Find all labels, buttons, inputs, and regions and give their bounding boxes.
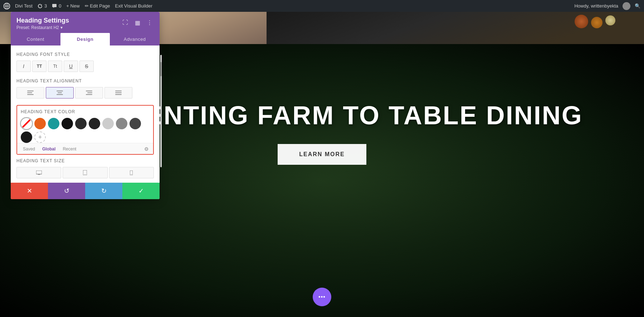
columns-icon[interactable]: ▦	[133, 18, 142, 27]
uppercase-button[interactable]: TT	[32, 61, 47, 72]
color-swatch-medgray[interactable]	[116, 118, 127, 129]
color-section: Heading Text Color	[16, 105, 154, 155]
color-swatch-transparent[interactable]	[21, 118, 32, 129]
more-options-icon[interactable]: ⋮	[145, 18, 154, 27]
alignment-group	[16, 87, 154, 99]
svg-point-7	[131, 174, 132, 174]
size-label: Heading Text Size	[16, 158, 154, 163]
search-icon[interactable]: 🔍	[635, 3, 640, 9]
capitalize-button[interactable]: Tt	[48, 61, 62, 72]
settings-panel: Heading Settings Preset: Restaurant H2 ▾…	[11, 12, 160, 199]
svg-point-5	[85, 174, 86, 175]
underline-button[interactable]: U	[64, 61, 78, 72]
page-content: REINVENTING FARM TO TABLE DINING LEARN M…	[0, 12, 644, 317]
color-swatch-lightgray[interactable]	[102, 118, 114, 129]
size-tablet	[63, 167, 107, 178]
align-center-button[interactable]	[46, 87, 74, 99]
wp-logo-icon[interactable]	[4, 3, 10, 9]
redo-button[interactable]: ↻	[85, 183, 122, 199]
color-section-label: Heading Text Color	[21, 109, 150, 114]
color-tab-recent[interactable]: Recent	[59, 145, 80, 153]
size-controls	[16, 167, 154, 178]
size-desktop-input[interactable]	[16, 167, 61, 178]
color-swatch-dark1[interactable]	[62, 118, 73, 129]
avatar[interactable]	[623, 2, 630, 10]
color-swatch-teal[interactable]	[48, 118, 59, 129]
color-settings-gear-icon[interactable]: ⚙	[142, 146, 151, 152]
site-name[interactable]: Divi Test	[15, 3, 33, 9]
tab-content[interactable]: Content	[11, 33, 60, 45]
alignment-label: Heading Text Alignment	[16, 78, 154, 83]
color-tab-saved[interactable]: Saved	[19, 145, 39, 153]
size-tablet-input[interactable]	[63, 167, 107, 178]
undo-button[interactable]: ↺	[48, 183, 85, 199]
confirm-button[interactable]: ✓	[122, 183, 160, 199]
admin-bar: Divi Test 3 0 + New ✏ Edit Page Exit Vis…	[0, 0, 644, 12]
align-justify-button[interactable]	[104, 87, 132, 99]
color-swatch-darkgray[interactable]	[130, 118, 141, 129]
color-tab-global[interactable]: Global	[39, 145, 59, 153]
panel-header-controls: ⛶ ▦ ⋮	[121, 18, 154, 27]
panel-title: Heading Settings	[16, 17, 69, 24]
comments-count[interactable]: 0	[52, 3, 61, 9]
cancel-button[interactable]: ✕	[11, 183, 48, 199]
expand-icon[interactable]: ⛶	[121, 18, 130, 27]
new-button[interactable]: + New	[66, 3, 79, 9]
italic-button[interactable]: I	[16, 61, 31, 72]
panel-tabs: Content Design Advanced	[11, 33, 160, 45]
svg-rect-3	[38, 174, 40, 175]
size-section: Heading Text Size	[16, 158, 154, 178]
size-desktop	[16, 167, 61, 178]
color-swatch-orange[interactable]	[34, 118, 46, 129]
panel-header: Heading Settings Preset: Restaurant H2 ▾…	[11, 12, 160, 33]
strikethrough-button[interactable]: S	[79, 61, 94, 72]
exit-visual-builder-button[interactable]: Exit Visual Builder	[115, 3, 153, 9]
howdy-text: Howdy, writtenbyekta	[574, 3, 618, 9]
top-strip-right-image	[267, 12, 644, 44]
color-swatches: +	[21, 118, 150, 143]
learn-more-button[interactable]: LEARN MORE	[278, 144, 366, 165]
font-style-group: I TT Tt U S	[16, 61, 154, 72]
floating-dots-button[interactable]: •••	[313, 288, 331, 306]
dots-icon: •••	[318, 294, 326, 300]
align-right-button[interactable]	[75, 87, 103, 99]
align-left-button[interactable]	[16, 87, 44, 99]
add-color-button[interactable]: +	[34, 131, 46, 143]
panel-preset[interactable]: Preset: Restaurant H2 ▾	[16, 25, 69, 30]
size-mobile-input[interactable]	[109, 167, 154, 178]
size-mobile	[109, 167, 154, 178]
color-tabs-row: Saved Global Recent ⚙	[17, 143, 153, 154]
revisions-count[interactable]: 3	[38, 3, 47, 9]
color-swatch-dark2[interactable]	[75, 118, 87, 129]
color-swatch-dark3[interactable]	[89, 118, 100, 129]
tab-advanced[interactable]: Advanced	[110, 33, 160, 45]
font-style-label: Heading Font Style	[16, 52, 154, 57]
panel-header-left: Heading Settings Preset: Restaurant H2 ▾	[16, 17, 69, 30]
scroll-indicator	[160, 55, 162, 167]
panel-body: Heading Font Style I TT Tt U S Heading T…	[11, 45, 160, 183]
tab-design[interactable]: Design	[60, 33, 110, 45]
panel-footer: ✕ ↺ ↻ ✓	[11, 183, 160, 199]
color-swatch-black1[interactable]	[21, 131, 32, 143]
scroll-thumb[interactable]	[160, 62, 162, 76]
svg-rect-2	[36, 170, 42, 174]
admin-bar-right: Howdy, writtenbyekta 🔍	[574, 2, 640, 10]
edit-page-button[interactable]: ✏ Edit Page	[85, 3, 110, 9]
